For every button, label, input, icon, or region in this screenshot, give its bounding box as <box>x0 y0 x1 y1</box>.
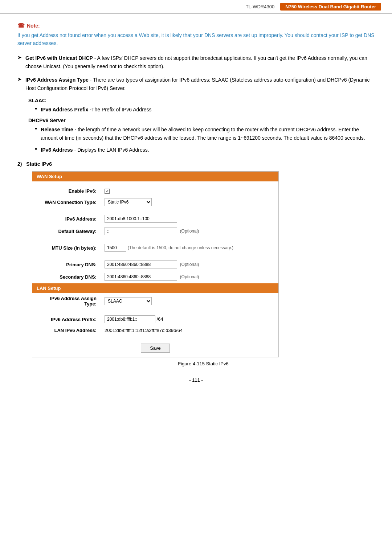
assign-type-row: IPv6 Address Assign Type: SLAAC <box>33 294 278 308</box>
note-label: ☎ Note: <box>17 22 375 29</box>
page-header: TL-WDR4300 N750 Wireless Dual Band Gigab… <box>0 0 392 13</box>
enable-ipv6-row: Enable IPv6: ✓ <box>33 186 278 196</box>
prefix-suffix: /64 <box>157 316 163 322</box>
lan-ipv6-value: 2001:db8:ffff:1:12f1:a2ff:fe7c:d39b/64 <box>101 326 278 335</box>
secondary-dns-optional: (Optional) <box>180 274 199 279</box>
mtu-hint: (The default is 1500, do not change unle… <box>128 245 233 250</box>
bullet-bold-2: IPv6 Address Assign Type <box>25 77 89 83</box>
bullet-content-1: Get IPv6 with Unicast DHCP - A few ISPs'… <box>25 54 375 71</box>
wan-type-value: Static IPv6 <box>101 196 278 208</box>
section2-number: 2) <box>17 161 22 167</box>
spacer-row <box>33 182 278 186</box>
ipv6-address-row: IPv6 Address: <box>33 213 278 225</box>
lan-ipv6-text: 2001:db8:ffff:1:12f1:a2ff:fe7c:d39b/64 <box>105 328 183 333</box>
lan-ipv6-row: LAN IPv6 Address: 2001:db8:ffff:1:12f1:a… <box>33 326 278 335</box>
section2-title: Static IPv6 <box>26 161 52 167</box>
assign-type-label: IPv6 Address Assign Type: <box>33 294 100 308</box>
spacer-row-2 <box>33 209 278 212</box>
mtu-input[interactable] <box>105 244 126 252</box>
default-gw-label: Default Gateway: <box>33 225 100 237</box>
dhcpv6-content-2: IPv6 Address - Displays the LAN IPv6 Add… <box>41 146 149 154</box>
primary-dns-optional: (Optional) <box>180 262 199 267</box>
dhcpv6-item-1: • Release Time - the length of time a ne… <box>35 126 375 142</box>
enable-ipv6-value: ✓ <box>101 186 278 196</box>
enable-ipv6-checkbox[interactable]: ✓ <box>105 189 110 194</box>
bullet-item-1: ➤ Get IPv6 with Unicast DHCP - A few ISP… <box>17 54 375 71</box>
lan-spacer-1 <box>33 309 278 313</box>
slaac-bold-1: IPv6 Address Prefix <box>41 107 88 112</box>
page-content: ☎ Note: If you get Address not found err… <box>0 13 392 391</box>
secondary-dns-input[interactable] <box>105 273 177 281</box>
primary-dns-row: Primary DNS: (Optional) <box>33 259 278 270</box>
lan-spacer-2 <box>33 336 278 339</box>
note-icon: ☎ <box>17 22 25 29</box>
page-container: TL-WDR4300 N750 Wireless Dual Band Gigab… <box>0 0 392 391</box>
ipv6-prefix-value: /64 <box>101 313 278 325</box>
ipv6-address-value <box>101 213 278 225</box>
default-gw-optional: (Optional) <box>180 229 199 234</box>
note-text: If you get Address not found error when … <box>17 31 375 48</box>
wan-type-label: WAN Connection Type: <box>33 196 100 208</box>
lan-setup-table: IPv6 Address Assign Type: SLAAC IPv6 Add… <box>32 293 278 357</box>
product-title: N750 Wireless Dual Band Gigabit Router <box>280 3 381 11</box>
default-gw-input[interactable] <box>105 227 177 235</box>
dhcpv6-bold-2: IPv6 Address <box>41 147 73 153</box>
model-label: TL-WDR4300 <box>246 4 274 9</box>
secondary-dns-value: (Optional) <box>101 271 278 283</box>
save-row: Save <box>33 340 278 356</box>
secondary-dns-row: Secondary DNS: (Optional) <box>33 271 278 283</box>
mtu-value: (The default is 1500, do not change unle… <box>101 242 278 254</box>
dhcpv6-dot-1: • <box>35 124 37 134</box>
dhcpv6-dot-2: • <box>35 145 37 154</box>
ipv6-prefix-row: IPv6 Address Prefix: /64 <box>33 313 278 325</box>
secondary-dns-label: Secondary DNS: <box>33 271 100 283</box>
slaac-text-1: -The Prefix of IPv6 Address <box>88 107 151 112</box>
section2-heading: 2) Static IPv6 <box>17 161 375 167</box>
primary-dns-label: Primary DNS: <box>33 259 100 270</box>
figure-caption: Figure 4-115 Static IPv6 <box>32 361 375 366</box>
spacer-row-4 <box>33 254 278 258</box>
page-number: - 111 - <box>17 377 375 383</box>
lan-setup-header: LAN Setup <box>32 283 278 293</box>
bullet-content-2: IPv6 Address Assign Type - There are two… <box>25 76 375 93</box>
assign-type-select[interactable]: SLAAC <box>105 297 152 305</box>
spacer-row-3 <box>33 238 278 241</box>
dhcpv6-heading: DHCPv6 Server <box>28 118 375 123</box>
slaac-dot-1: • <box>35 104 37 114</box>
dhcpv6-bold-1: Release Time <box>41 127 73 132</box>
dhcpv6-item-2: • IPv6 Address - Displays the LAN IPv6 A… <box>35 146 375 154</box>
ipv6-address-input[interactable] <box>105 215 177 223</box>
default-gw-value: (Optional) <box>101 225 278 237</box>
setup-table: WAN Setup Enable IPv6: ✓ WAN Connection … <box>32 171 279 358</box>
bullet-arrow-2: ➤ <box>17 76 22 82</box>
slaac-heading: SLAAC <box>28 98 375 103</box>
mtu-label: MTU Size (in bytes): <box>33 242 100 254</box>
wan-setup-header: WAN Setup <box>32 172 278 181</box>
primary-dns-value: (Optional) <box>101 259 278 270</box>
slaac-content-1: IPv6 Address Prefix -The Prefix of IPv6 … <box>41 106 151 114</box>
wan-setup-table: Enable IPv6: ✓ WAN Connection Type: Stat… <box>32 181 278 284</box>
lan-ipv6-label: LAN IPv6 Address: <box>33 326 100 335</box>
note-block: ☎ Note: If you get Address not found err… <box>17 22 375 48</box>
dhcpv6-text-2: - Displays the LAN IPv6 Address. <box>73 147 149 153</box>
mtu-row: MTU Size (in bytes): (The default is 150… <box>33 242 278 254</box>
slaac-item-1: • IPv6 Address Prefix -The Prefix of IPv… <box>35 106 375 114</box>
ipv6-address-label: IPv6 Address: <box>33 213 100 225</box>
save-button[interactable]: Save <box>141 344 170 353</box>
wan-type-row: WAN Connection Type: Static IPv6 <box>33 196 278 208</box>
bullet-arrow-1: ➤ <box>17 54 22 60</box>
assign-type-value: SLAAC <box>101 294 278 308</box>
wan-type-select[interactable]: Static IPv6 <box>105 198 152 206</box>
default-gw-row: Default Gateway: (Optional) <box>33 225 278 237</box>
primary-dns-input[interactable] <box>105 260 177 268</box>
enable-ipv6-label: Enable IPv6: <box>33 186 100 196</box>
dhcpv6-text-1: - the length of time a network user will… <box>41 127 365 141</box>
ipv6-prefix-label: IPv6 Address Prefix: <box>33 313 100 325</box>
ipv6-prefix-input[interactable] <box>105 315 155 323</box>
bullet-item-2: ➤ IPv6 Address Assign Type - There are t… <box>17 76 375 93</box>
bullet-bold-1: Get IPv6 with Unicast DHCP <box>25 55 93 61</box>
dhcpv6-content-1: Release Time - the length of time a netw… <box>41 126 375 142</box>
